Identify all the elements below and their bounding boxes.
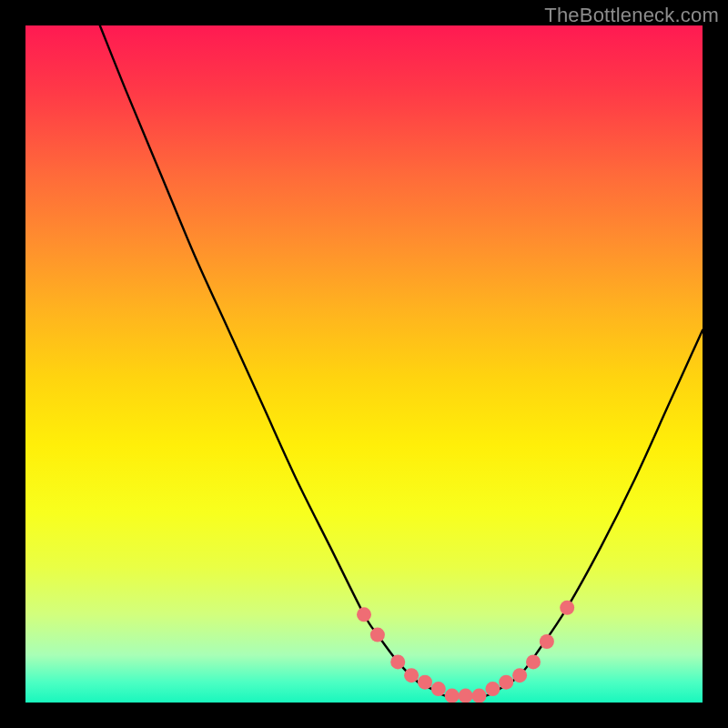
highlight-dot [560, 601, 574, 615]
highlight-dot [459, 689, 473, 703]
highlight-dot [540, 634, 554, 649]
curve-layer [25, 25, 703, 703]
highlight-dot [431, 682, 446, 696]
highlight-dot [512, 668, 527, 682]
highlight-dot [370, 628, 385, 642]
bottleneck-curve [100, 25, 703, 696]
highlight-dot [526, 654, 541, 669]
highlight-dot [404, 668, 419, 682]
highlight-dot [418, 675, 432, 690]
highlight-dot [485, 682, 500, 696]
chart-frame: TheBottleneck.com [0, 0, 728, 728]
plot-area [25, 25, 703, 703]
highlight-dot [357, 607, 371, 622]
highlight-dot [445, 689, 460, 703]
highlight-dot [472, 689, 487, 703]
highlight-dot [499, 675, 513, 690]
highlight-dot [390, 654, 405, 669]
watermark-text: TheBottleneck.com [544, 4, 719, 27]
